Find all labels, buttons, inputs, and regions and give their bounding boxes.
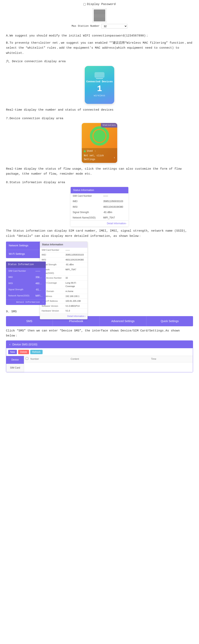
delete-button[interactable]: Delete	[18, 350, 29, 354]
donut-chart	[89, 125, 110, 147]
display-password-checkbox[interactable]	[83, 3, 86, 6]
max-station-row: Max Station Number 32 16 8	[72, 24, 127, 28]
section7-title: 7.Device connection display area	[6, 116, 193, 121]
sms-tabs: SMS Phonebook Advanced Settings Quick Se…	[6, 316, 193, 326]
sidebar-device-btn[interactable]: Device	[6, 356, 24, 364]
table-row: IMSI460…	[6, 281, 45, 286]
status-ssid-value: MIFI_75A7	[101, 215, 128, 220]
tab-quick-settings[interactable]: Quick Settings	[147, 316, 193, 326]
device-sms-header: ‹ Device SMS (0/100)	[6, 341, 193, 348]
table-row: Network Name(SSID)MIFI_75A7	[40, 267, 87, 276]
max-station-label: Max Station Number	[72, 24, 99, 28]
table-row: SIM Card Number——	[6, 268, 45, 274]
section8-title: 8.Status information display area	[6, 180, 193, 185]
stats-link-row[interactable]: Not set, click Settings ›	[84, 154, 115, 162]
stats-used-row: Used ：	[84, 149, 115, 153]
sob-table: SIM Card Number—— IMEI358… IMSI460… Sign…	[6, 268, 46, 300]
si2-table: SIM Card Number—— IMEI358511050033103 IM…	[40, 248, 87, 314]
status-detail-row[interactable]: Detail Information ›	[71, 220, 128, 226]
table-row: SIM Card Number ——	[71, 193, 128, 199]
sob-detail[interactable]: Detail Information ›	[6, 300, 46, 305]
section-a-text: A.We suggest you should modify the initi…	[6, 33, 193, 38]
table-row: IMEI358…	[6, 274, 45, 280]
stats-link-text: Not set, click Settings	[84, 154, 114, 162]
status-imei-label: IMEI	[71, 199, 101, 204]
sms-table-area: Number Content Time	[24, 356, 193, 372]
table-row: LAN Domainm.home	[40, 289, 87, 294]
qr-inner	[94, 10, 105, 21]
max-station-select[interactable]: 32 16 8	[101, 24, 127, 28]
ns-label-1: Network Settings	[9, 244, 28, 248]
table-row: Max Access Number32	[40, 276, 87, 281]
table-row: Wi-Fi CoverageLong Wi-Fi Coverage	[40, 280, 87, 289]
sob-header: Status Information	[6, 262, 46, 268]
col-time-header: Time	[151, 357, 191, 361]
sidebar-simcard-btn[interactable]: SIM Card	[6, 364, 24, 372]
svg-point-2	[93, 130, 106, 142]
si2-detail-chevron: ›	[84, 314, 86, 318]
table-row: WAN IP Address100.81.205.198	[40, 299, 87, 304]
device-sms-title: Device SMS (0/100)	[12, 342, 37, 346]
qr-code	[93, 8, 106, 22]
status-description: The Status information can display SIM c…	[6, 228, 193, 238]
router-icon	[95, 72, 104, 78]
connected-devices-number: 1	[97, 85, 102, 93]
sidebar-simcard-label: SIM Card	[10, 366, 20, 369]
table-row: IMSI460110419194380	[40, 257, 87, 262]
table-row: Signal Strength-81 dBm	[40, 262, 87, 267]
stats-chevron: ›	[114, 156, 115, 160]
display-password-label: Display Password	[87, 2, 116, 7]
back-button[interactable]: ‹	[9, 343, 10, 346]
table-row: Hardware VersionV1.0	[40, 308, 87, 314]
sms-click-text: Click “SMS” then we can enter “Device SM…	[6, 328, 193, 338]
tab-advanced-label: Advanced Settings	[111, 320, 135, 323]
display-password-row: Display Password	[83, 2, 116, 7]
green-dot	[84, 150, 86, 152]
device-sms-content: Device SIM Card Number Content Time	[6, 356, 193, 372]
select-all-checkbox[interactable]	[26, 357, 28, 360]
table-row: Network Name(SSID) MIFI_75A7	[71, 215, 128, 220]
sms-col-headers: Number Content Time	[24, 356, 193, 362]
si2-detail[interactable]: Detail Information ›	[40, 314, 87, 319]
status-imsi-label: IMSI	[71, 204, 101, 210]
stats-bottom: Used ： Not set, click Settings ›	[82, 148, 117, 163]
status-info-table: SIM Card Number —— IMEI 358511050033103 …	[71, 193, 128, 220]
status-info-header: Status Information	[71, 187, 128, 194]
section9-title: 9. SMS	[6, 309, 193, 314]
ns-label-2: Wi-Fi Settings	[9, 252, 25, 256]
realtime-text1: Real-time display the number and status …	[6, 108, 193, 112]
statistics-card: Statistics Used ： Not set, click Setting…	[82, 123, 117, 163]
device-sms-toolbar: New Delete Refresh	[6, 348, 193, 356]
section-b-text: B.To preventp thersloiter net，we suggest…	[6, 40, 193, 56]
table-row: Signal Strength -81 dBm	[71, 210, 128, 215]
table-row: IMEI 358511050033103	[71, 199, 128, 204]
section-b-content: B.To preventp thersloiter net，we suggest…	[6, 41, 192, 55]
col-check	[26, 357, 30, 361]
status-signal-value: -81 dBm	[101, 210, 128, 215]
status-sim-value: ——	[101, 193, 128, 199]
sms-sidebar: Device SIM Card	[6, 356, 24, 372]
tab-phonebook-label: Phonebook	[69, 320, 83, 323]
status-info-expanded: Status Information SIM Card Number—— IME…	[40, 242, 88, 319]
sidebar-device-label: Device	[11, 358, 19, 361]
status-detail-chevron: ›	[126, 222, 126, 226]
status-imei-value: 358511050033103	[101, 199, 128, 204]
new-button[interactable]: New	[8, 350, 17, 354]
connected-devices-card: Connected Devices 1 wireless	[85, 66, 114, 104]
overlay-section: Network Settings › Wi-Fi Settings › Stat…	[6, 242, 193, 305]
statistics-header: Statistics	[101, 123, 117, 128]
status-imsi-value: 460110419194380	[101, 204, 128, 210]
status-signal-label: Signal Strength	[71, 210, 101, 215]
table-row: IP Address192.168.100.1	[40, 294, 87, 299]
table-row: Network Name(SSID)MIFI…	[6, 293, 45, 299]
device-sms-panel: ‹ Device SMS (0/100) New Delete Refresh …	[6, 340, 193, 372]
tab-sms-label: SMS	[26, 320, 32, 323]
status-info-box: Status Information SIM Card Number —— IM…	[71, 187, 128, 227]
tab-advanced-settings[interactable]: Advanced Settings	[100, 316, 147, 326]
stats-used-label: Used ：	[87, 149, 97, 153]
refresh-button[interactable]: Refresh	[30, 350, 43, 354]
table-row: Signal Strength-81…	[6, 287, 45, 292]
section-a-content: A.We suggest you should modify the initi…	[6, 34, 149, 38]
table-row: SIM Card Number——	[40, 248, 87, 252]
si2-detail-label: Detail Information	[67, 314, 84, 318]
